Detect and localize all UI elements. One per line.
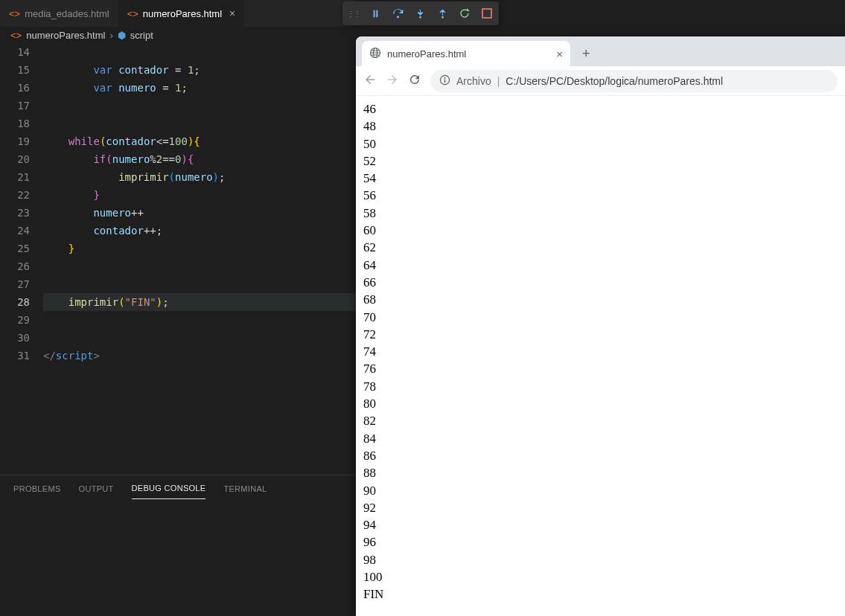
browser-toolbar: Archivo | C:/Users/PC/Desktop/logica/num… xyxy=(356,66,845,96)
line-number: 17 xyxy=(0,97,30,115)
output-line: 90 xyxy=(363,482,838,499)
svg-point-2 xyxy=(441,16,444,18)
output-line: 54 xyxy=(363,170,838,187)
output-line: 46 xyxy=(363,100,838,118)
breadcrumb-symbol: script xyxy=(130,30,153,41)
line-number: 14 xyxy=(0,43,30,61)
panel-tab-debug-console[interactable]: DEBUG CONSOLE xyxy=(132,478,206,499)
svg-point-7 xyxy=(444,77,446,78)
tab-media-edades[interactable]: <> media_edades.html xyxy=(0,0,118,27)
output-line: 52 xyxy=(363,153,838,170)
line-number: 20 xyxy=(0,150,30,168)
new-tab-button[interactable]: + xyxy=(576,43,596,65)
tab-label: numeroPares.html xyxy=(143,8,222,19)
output-line: 96 xyxy=(363,533,838,551)
line-number: 21 xyxy=(0,168,30,186)
breadcrumb[interactable]: <> numeroPares.html › ⬢ script xyxy=(0,27,356,43)
output-line: 78 xyxy=(363,378,838,395)
line-number: 26 xyxy=(0,257,30,275)
output-line: 72 xyxy=(363,326,838,343)
address-bar[interactable]: Archivo | C:/Users/PC/Desktop/logica/num… xyxy=(430,70,838,92)
line-number: 30 xyxy=(0,329,30,347)
output-line: 92 xyxy=(363,499,838,516)
line-number: 23 xyxy=(0,204,30,222)
breadcrumb-file: numeroPares.html xyxy=(26,30,105,41)
line-number: 19 xyxy=(0,132,30,150)
forward-button[interactable] xyxy=(386,73,399,89)
drag-handle-icon[interactable]: ⋮⋮ xyxy=(347,10,360,18)
browser-viewport[interactable]: 4648505254565860626466687072747678808284… xyxy=(356,96,845,608)
line-number: 25 xyxy=(0,240,30,257)
close-icon[interactable]: × xyxy=(229,7,235,19)
panel-tab-terminal[interactable]: TERMINAL xyxy=(223,478,267,499)
address-separator: | xyxy=(497,75,500,87)
output-line: 82 xyxy=(363,412,838,429)
output-line: 98 xyxy=(363,551,838,568)
browser-window: numeroPares.html × + Archivo | C:/Users/… xyxy=(356,36,845,616)
html-file-icon: <> xyxy=(9,8,20,19)
line-gutter: 14 15 16 17 18 19 20 21 22 23 24 25 26 2… xyxy=(0,43,43,365)
reload-button[interactable] xyxy=(408,73,421,89)
output-line: 68 xyxy=(363,291,838,308)
output-line: 76 xyxy=(363,360,838,377)
output-line: 74 xyxy=(363,343,838,360)
tab-numero-pares[interactable]: <> numeroPares.html × xyxy=(118,0,245,27)
step-out-button[interactable] xyxy=(435,6,450,21)
debug-toolbar[interactable]: ⋮⋮ xyxy=(342,1,499,25)
output-line: 60 xyxy=(363,222,838,239)
line-number: 28 xyxy=(0,293,30,311)
output-line: 80 xyxy=(363,395,838,412)
line-number: 24 xyxy=(0,222,30,240)
line-number: 27 xyxy=(0,275,30,293)
html-file-icon: <> xyxy=(127,8,138,19)
svg-rect-8 xyxy=(444,79,446,83)
output-line: 62 xyxy=(363,239,838,256)
output-line: 100 xyxy=(363,568,838,585)
line-number: 15 xyxy=(0,61,30,79)
browser-tab-strip: numeroPares.html × + xyxy=(356,36,845,66)
step-over-button[interactable] xyxy=(390,6,405,21)
info-icon[interactable] xyxy=(439,74,450,88)
restart-button[interactable] xyxy=(457,6,472,21)
browser-tab[interactable]: numeroPares.html × xyxy=(362,41,570,66)
editor-pane: <> media_edades.html <> numeroPares.html… xyxy=(0,0,356,616)
output-line: 66 xyxy=(363,274,838,291)
line-number: 31 xyxy=(0,347,30,365)
symbol-icon: ⬢ xyxy=(118,30,126,41)
globe-icon xyxy=(369,47,381,61)
svg-rect-3 xyxy=(482,9,491,18)
output-line: FIN xyxy=(363,585,838,603)
code-content[interactable]: var contador = 1; var numero = 1; while(… xyxy=(43,43,356,365)
address-path: C:/Users/PC/Desktop/logica/numeroPares.h… xyxy=(506,75,723,87)
output-line: 88 xyxy=(363,464,838,481)
editor-tab-bar: <> media_edades.html <> numeroPares.html… xyxy=(0,0,356,27)
line-number: 18 xyxy=(0,115,30,132)
code-editor[interactable]: 14 15 16 17 18 19 20 21 22 23 24 25 26 2… xyxy=(0,43,356,365)
output-line: 50 xyxy=(363,135,838,153)
pause-button[interactable] xyxy=(368,6,383,21)
back-button[interactable] xyxy=(363,73,377,89)
bottom-panel: PROBLEMS OUTPUT DEBUG CONSOLE TERMINAL xyxy=(0,475,356,616)
output-line: 86 xyxy=(363,447,838,464)
address-scheme-label: Archivo xyxy=(456,75,491,87)
output-line: 58 xyxy=(363,205,838,222)
output-line: 56 xyxy=(363,187,838,204)
tab-label: media_edades.html xyxy=(25,8,109,19)
output-line: 70 xyxy=(363,309,838,326)
svg-point-1 xyxy=(419,16,421,18)
output-line: 64 xyxy=(363,257,838,274)
output-line: 94 xyxy=(363,516,838,533)
step-into-button[interactable] xyxy=(412,6,427,21)
output-line: 84 xyxy=(363,430,838,447)
html-file-icon: <> xyxy=(10,30,22,41)
panel-tab-output[interactable]: OUTPUT xyxy=(79,478,114,499)
line-number: 29 xyxy=(0,311,30,329)
chevron-right-icon: › xyxy=(109,30,112,41)
stop-button[interactable] xyxy=(479,6,494,21)
close-icon[interactable]: × xyxy=(556,48,563,60)
panel-tab-problems[interactable]: PROBLEMS xyxy=(13,478,61,499)
panel-tab-bar: PROBLEMS OUTPUT DEBUG CONSOLE TERMINAL xyxy=(0,475,356,501)
line-number: 22 xyxy=(0,186,30,204)
line-number: 16 xyxy=(0,79,30,97)
output-line: 48 xyxy=(363,118,838,135)
